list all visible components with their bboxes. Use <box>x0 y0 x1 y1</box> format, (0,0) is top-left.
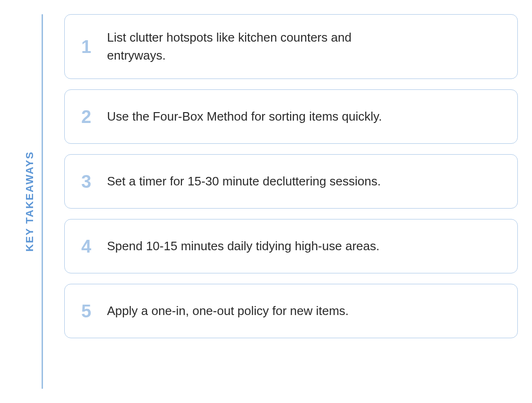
item-number: 1 <box>80 38 93 56</box>
list-item: 2 Use the Four-Box Method for sorting it… <box>64 89 518 144</box>
item-text: Apply a one-in, one-out policy for new i… <box>107 302 349 320</box>
key-takeaways-container: KEY TAKEAWAYS 1 List clutter hotspots li… <box>0 0 532 403</box>
item-text: List clutter hotspots like kitchen count… <box>107 29 410 64</box>
item-number: 3 <box>80 173 93 191</box>
item-text: Spend 10-15 minutes daily tidying high-u… <box>107 237 380 255</box>
list-item: 4 Spend 10-15 minutes daily tidying high… <box>64 219 518 273</box>
list-item: 5 Apply a one-in, one-out policy for new… <box>64 284 518 338</box>
item-number: 5 <box>80 302 93 320</box>
item-text: Set a timer for 15-30 minute declutterin… <box>107 173 381 191</box>
vertical-divider <box>42 14 43 389</box>
list-item: 1 List clutter hotspots like kitchen cou… <box>64 14 518 79</box>
takeaways-list: 1 List clutter hotspots like kitchen cou… <box>64 14 518 389</box>
list-item: 3 Set a timer for 15-30 minute declutter… <box>64 154 518 209</box>
item-number: 2 <box>80 108 93 126</box>
section-title: KEY TAKEAWAYS <box>24 14 36 389</box>
item-number: 4 <box>80 237 93 255</box>
item-text: Use the Four-Box Method for sorting item… <box>107 108 382 126</box>
